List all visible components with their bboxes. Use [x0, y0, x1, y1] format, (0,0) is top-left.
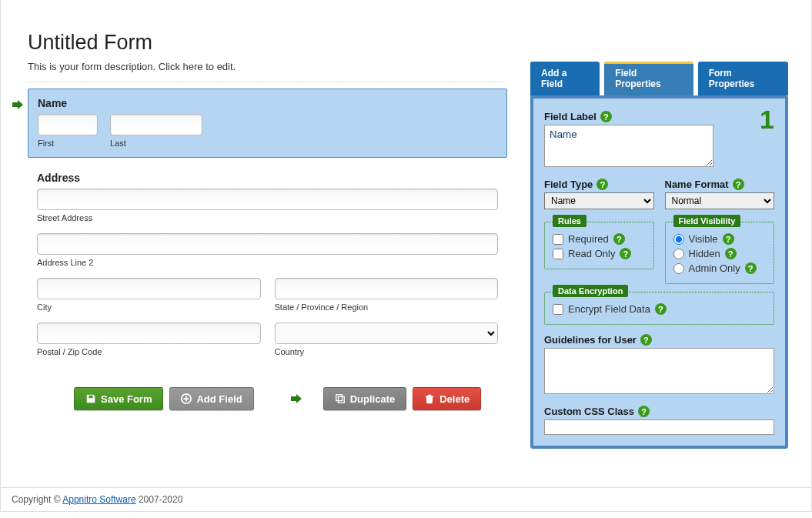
save-button-label: Save Form — [101, 393, 152, 405]
svg-rect-1 — [336, 395, 342, 401]
visibility-legend: Field Visibility — [673, 215, 741, 227]
form-description[interactable]: This is your form description. Click her… — [28, 61, 507, 82]
input-last-name[interactable] — [110, 114, 202, 135]
help-icon[interactable]: ? — [655, 303, 667, 315]
field-label: Address — [37, 172, 498, 184]
help-icon[interactable]: ? — [733, 179, 744, 190]
input-state[interactable] — [275, 278, 499, 299]
name-format-title: Name Format — [665, 179, 729, 190]
help-icon[interactable]: ? — [620, 248, 631, 259]
tab-form-properties[interactable]: Form Properties — [698, 62, 788, 95]
trash-icon — [424, 393, 435, 404]
save-form-button[interactable]: Save Form — [74, 387, 163, 410]
hidden-label: Hidden — [689, 248, 720, 259]
tab-field-properties[interactable]: Field Properties — [604, 62, 693, 95]
rules-legend: Rules — [553, 215, 586, 227]
encrypt-label: Encrypt Field Data — [568, 303, 650, 315]
field-type-title: Field Type — [544, 179, 593, 190]
help-icon[interactable]: ? — [640, 334, 652, 346]
readonly-checkbox[interactable] — [553, 249, 563, 259]
select-country[interactable] — [275, 322, 499, 344]
admin-only-radio[interactable] — [673, 263, 684, 274]
rules-fieldset: Rules Required ? Read Only ? — [544, 222, 654, 269]
add-field-button[interactable]: Add Field — [169, 387, 253, 410]
field-address[interactable]: Address Street Address Address Line 2 Ci… — [28, 172, 507, 356]
field-name[interactable]: Name First Last — [28, 89, 507, 158]
readonly-label: Read Only — [568, 248, 615, 259]
svg-rect-2 — [338, 396, 344, 403]
input-postal-code[interactable] — [37, 322, 261, 344]
field-number: 1 — [760, 105, 774, 135]
guidelines-input[interactable] — [544, 348, 774, 394]
css-class-input[interactable] — [544, 419, 774, 435]
sublabel-street: Street Address — [37, 213, 498, 222]
input-address-line-2[interactable] — [37, 233, 498, 255]
field-type-select[interactable]: Name — [544, 192, 654, 209]
add-button-label: Add Field — [196, 393, 242, 405]
help-icon[interactable]: ? — [613, 233, 625, 245]
sublabel-line2: Address Line 2 — [37, 258, 498, 267]
sublabel-last: Last — [110, 139, 207, 148]
visible-label: Visible — [689, 233, 718, 245]
footer-prefix: Copyright © — [12, 494, 62, 505]
field-selected-arrow-icon — [12, 100, 23, 112]
visible-radio[interactable] — [673, 234, 684, 245]
footer: Copyright © Appnitro Software 2007-2020 — [1, 487, 811, 511]
help-icon[interactable]: ? — [725, 248, 737, 259]
help-icon[interactable]: ? — [600, 111, 612, 122]
required-checkbox[interactable] — [553, 234, 563, 245]
footer-suffix: 2007-2020 — [136, 494, 183, 505]
delete-button-label: Delete — [439, 393, 469, 405]
admin-label: Admin Only — [689, 262, 740, 274]
encryption-fieldset: Data Encryption Encrypt Field Data ? — [544, 292, 774, 325]
footer-link[interactable]: Appnitro Software — [62, 494, 135, 505]
sublabel-country: Country — [275, 347, 499, 356]
field-label: Name — [38, 97, 497, 109]
properties-panel: 1 Field Label ? Name Field Type ? — [530, 95, 788, 449]
sublabel-first: First — [38, 139, 102, 148]
sublabel-postal: Postal / Zip Code — [37, 347, 261, 356]
name-format-select[interactable]: Normal — [665, 192, 775, 209]
sublabel-state: State / Province / Region — [275, 302, 499, 312]
help-icon[interactable]: ? — [596, 179, 608, 190]
field-label-title: Field Label — [544, 111, 596, 122]
encrypt-checkbox[interactable] — [553, 304, 563, 315]
input-first-name[interactable] — [38, 114, 98, 135]
encryption-legend: Data Encryption — [553, 285, 628, 297]
input-street-address[interactable] — [37, 189, 498, 210]
duplicate-icon — [335, 393, 346, 404]
hidden-radio[interactable] — [673, 249, 684, 259]
tab-add-field[interactable]: Add a Field — [530, 62, 600, 95]
help-icon[interactable]: ? — [723, 233, 734, 245]
duplicate-button-label: Duplicate — [350, 393, 396, 405]
delete-button[interactable]: Delete — [413, 387, 481, 410]
plus-circle-icon — [181, 393, 192, 404]
guidelines-title: Guidelines for User — [544, 334, 637, 346]
required-label: Required — [568, 233, 609, 245]
input-city[interactable] — [37, 278, 261, 299]
arrow-right-icon — [291, 394, 302, 403]
css-class-title: Custom CSS Class — [544, 406, 634, 417]
field-label-input[interactable]: Name — [544, 125, 713, 167]
help-icon[interactable]: ? — [745, 262, 757, 274]
form-title[interactable]: Untitled Form — [28, 31, 507, 55]
save-icon — [85, 393, 96, 404]
help-icon[interactable]: ? — [638, 406, 650, 417]
sublabel-city: City — [37, 302, 261, 312]
visibility-fieldset: Field Visibility Visible ? Hidden ? — [665, 222, 775, 284]
duplicate-button[interactable]: Duplicate — [323, 387, 407, 410]
